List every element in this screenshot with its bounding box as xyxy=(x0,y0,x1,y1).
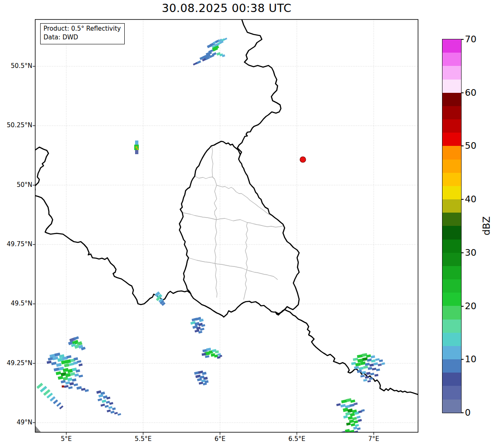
radar-echo-bin xyxy=(53,368,59,372)
x-tick-label: 5.5°E xyxy=(125,435,162,443)
colorbar-segment xyxy=(442,93,461,106)
radar-echo-bin xyxy=(205,355,210,358)
radar-echo-bin xyxy=(368,367,372,370)
colorbar-segment xyxy=(442,400,461,413)
colorbar-segment xyxy=(442,39,461,53)
colorbar-tick-mark xyxy=(461,39,464,40)
radar-echo-bin xyxy=(376,368,380,371)
radar-echo-bin xyxy=(362,371,366,374)
radar-echo-bin xyxy=(114,412,118,414)
x-tick-label: 7°E xyxy=(355,435,392,443)
radar-echo-bin xyxy=(367,380,371,382)
colorbar-tick-mark xyxy=(461,145,464,146)
colorbar-segment xyxy=(442,106,461,119)
colorbar-tick-label: 10 xyxy=(465,354,476,365)
colorbar-segment xyxy=(442,186,461,199)
radar-echo-bin xyxy=(73,361,77,365)
radar-echo-bin xyxy=(203,383,207,385)
colorbar-axis-label: dBZ xyxy=(481,209,493,242)
y-tick-label: 49.75°N xyxy=(0,240,33,248)
radar-echo-bin xyxy=(341,400,347,404)
colorbar-tick-mark xyxy=(461,306,464,307)
colorbar-segment xyxy=(442,119,461,133)
radar-echo-bin xyxy=(358,419,362,422)
radar-echo-bin xyxy=(67,378,72,381)
radar-echo-bin xyxy=(64,385,69,388)
radar-echo-bin xyxy=(72,378,76,382)
y-tick-label: 49°N xyxy=(0,419,33,426)
x-tick-label: 6°E xyxy=(201,435,239,443)
radar-echo-bin xyxy=(53,400,58,404)
radar-echo-bin xyxy=(112,407,116,410)
radar-echo-bin xyxy=(73,357,78,361)
radar-echo-bin xyxy=(62,385,64,387)
radar-echo-bin xyxy=(346,422,351,426)
radar-echo-bin xyxy=(118,413,121,416)
colorbar-tick-label: 20 xyxy=(465,301,476,312)
radar-echo-bin xyxy=(193,62,198,65)
radar-echo-bin xyxy=(370,363,374,367)
radar-echo-bin xyxy=(77,360,82,363)
x-tick-label: 6.5°E xyxy=(278,435,316,443)
colorbar-tick-label: 50 xyxy=(465,140,476,151)
canton-border-line xyxy=(189,258,278,280)
corner-patch xyxy=(35,426,41,432)
radar-echo-bin xyxy=(348,416,353,420)
colorbar-segment xyxy=(442,133,461,146)
radar-echo-bin xyxy=(375,358,380,361)
radar-echoes-layer xyxy=(36,38,385,433)
y-tick-label: 49.25°N xyxy=(0,359,33,367)
canton-borders xyxy=(182,146,283,300)
radar-echo-bin xyxy=(73,336,79,340)
radar-echo-bin xyxy=(357,416,361,419)
radar-echo-bin xyxy=(361,409,365,412)
radar-echo-bin xyxy=(357,354,363,358)
radar-echo-bin xyxy=(382,362,385,365)
radar-echo-bin xyxy=(107,409,111,412)
colorbar-tick-label: 0 xyxy=(465,407,471,418)
radar-echo-bin xyxy=(65,381,70,385)
country-borders xyxy=(34,19,418,395)
colorbar-segment xyxy=(442,320,461,333)
radar-echo-bin xyxy=(375,374,379,376)
radar-echo-bin xyxy=(98,398,102,401)
colorbar-tick-label: 60 xyxy=(465,87,476,98)
radar-echo-bin xyxy=(102,400,106,403)
radar-echo-bin xyxy=(58,376,63,380)
y-tick-label: 50.25°N xyxy=(0,121,33,129)
colorbar-tick-label: 40 xyxy=(465,194,476,205)
colorbar-segment xyxy=(442,279,461,293)
canton-border-line xyxy=(212,146,215,179)
colorbar-segment xyxy=(442,146,461,159)
radar-echo-bin xyxy=(79,375,83,378)
map-annotations-layer xyxy=(35,157,306,432)
radar-map-figure: 30.08.2025 00:38 UTC Product: 0.5° Refle… xyxy=(0,0,498,448)
radar-echo-bin xyxy=(197,378,202,381)
colorbar-segment xyxy=(442,359,461,373)
radar-echo-bin xyxy=(369,377,373,380)
radar-echo-bin xyxy=(60,380,65,383)
radar-echo-bin xyxy=(351,423,355,426)
radar-echo-bin xyxy=(353,358,358,361)
colorbar-tick-mark xyxy=(461,92,464,93)
radar-echo-bin xyxy=(79,363,83,366)
radar-echo-bin xyxy=(96,390,101,394)
radar-echo-bin xyxy=(70,372,75,376)
y-tick-label: 50.5°N xyxy=(0,62,33,70)
radar-echo-bin xyxy=(349,404,354,407)
colorbar-segment xyxy=(442,199,461,213)
colorbar-segment xyxy=(442,53,461,66)
colorbar-tick-label: 70 xyxy=(465,34,476,45)
radar-echo-bin xyxy=(69,363,74,366)
colorbar-segment xyxy=(442,173,461,186)
radar-echo-bin xyxy=(353,420,358,424)
radar-echo-bin xyxy=(98,394,103,398)
colorbar-segment xyxy=(442,160,461,173)
data-source-line: Data: DWD xyxy=(44,33,121,42)
product-info-box: Product: 0.5° Reflectivity Data: DWD xyxy=(40,23,125,44)
border-belgium-germany xyxy=(237,19,281,155)
radar-echo-bin xyxy=(199,382,203,385)
colorbar-segment xyxy=(442,333,461,346)
radar-echo-bin xyxy=(109,406,113,409)
radar-echo-bin xyxy=(59,405,63,409)
